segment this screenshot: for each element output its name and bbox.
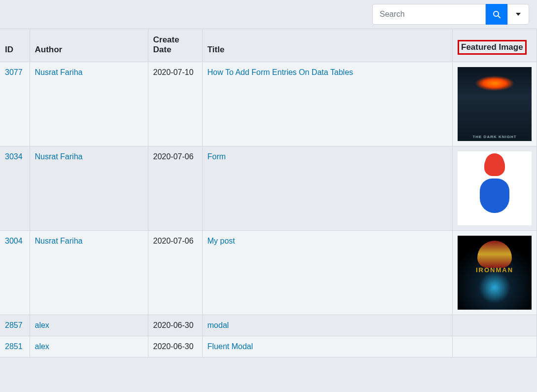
table-row: 3034Nusrat Fariha2020-07-06Form — [0, 146, 537, 231]
row-id-link[interactable]: 2857 — [5, 321, 23, 329]
column-header-featured-image[interactable]: Featured Image — [453, 29, 537, 62]
dropdown-toggle-button[interactable] — [507, 4, 529, 25]
row-title-link[interactable]: Form — [208, 152, 226, 161]
svg-line-1 — [498, 16, 500, 18]
row-title-link[interactable]: Fluent Modal — [208, 342, 253, 351]
table-row: 3077Nusrat Fariha2020-07-10How To Add Fo… — [0, 62, 537, 146]
row-author-link[interactable]: Nusrat Fariha — [35, 68, 83, 76]
row-title-link[interactable]: My post — [208, 237, 235, 245]
caret-down-icon — [516, 13, 521, 16]
row-create-date: 2020-07-06 — [148, 231, 202, 315]
row-featured-image-cell — [453, 336, 537, 357]
table-row: 2851alex2020-06-30Fluent Modal — [0, 336, 537, 357]
column-header-id[interactable]: ID — [0, 29, 30, 62]
highlighted-header: Featured Image — [458, 40, 527, 55]
row-id-link[interactable]: 3004 — [5, 237, 23, 245]
table-row: 3004Nusrat Fariha2020-07-06My post — [0, 231, 537, 315]
search-group — [372, 4, 529, 25]
table-header-row: ID Author Create Date Title Featured Ima… — [0, 29, 537, 62]
row-id-link[interactable]: 3077 — [5, 68, 23, 76]
toolbar — [0, 0, 537, 29]
search-input[interactable] — [372, 4, 486, 25]
row-featured-image-cell — [453, 62, 537, 146]
featured-image-thumbnail[interactable] — [458, 236, 532, 310]
search-button[interactable] — [486, 4, 507, 25]
column-header-author[interactable]: Author — [30, 29, 148, 62]
row-title-link[interactable]: modal — [208, 321, 229, 329]
column-header-title[interactable]: Title — [202, 29, 453, 62]
row-author-link[interactable]: Nusrat Fariha — [35, 237, 83, 245]
row-featured-image-cell — [453, 231, 537, 315]
row-title-link[interactable]: How To Add Form Entries On Data Tables — [208, 68, 354, 76]
data-table: ID Author Create Date Title Featured Ima… — [0, 29, 537, 357]
row-author-link[interactable]: Nusrat Fariha — [35, 152, 83, 161]
column-header-create-date[interactable]: Create Date — [148, 29, 202, 62]
featured-image-thumbnail[interactable] — [458, 151, 532, 225]
table-row: 2857alex2020-06-30modal — [0, 315, 537, 336]
row-id-link[interactable]: 3034 — [5, 152, 23, 161]
row-author-link[interactable]: alex — [35, 342, 49, 351]
row-create-date: 2020-06-30 — [148, 336, 202, 357]
row-featured-image-cell — [453, 146, 537, 231]
row-create-date: 2020-07-06 — [148, 146, 202, 231]
search-icon — [493, 10, 501, 18]
row-create-date: 2020-06-30 — [148, 315, 202, 336]
featured-image-thumbnail[interactable] — [458, 67, 532, 141]
row-create-date: 2020-07-10 — [148, 62, 202, 146]
row-featured-image-cell — [453, 315, 537, 336]
row-id-link[interactable]: 2851 — [5, 342, 23, 351]
row-author-link[interactable]: alex — [35, 321, 49, 329]
